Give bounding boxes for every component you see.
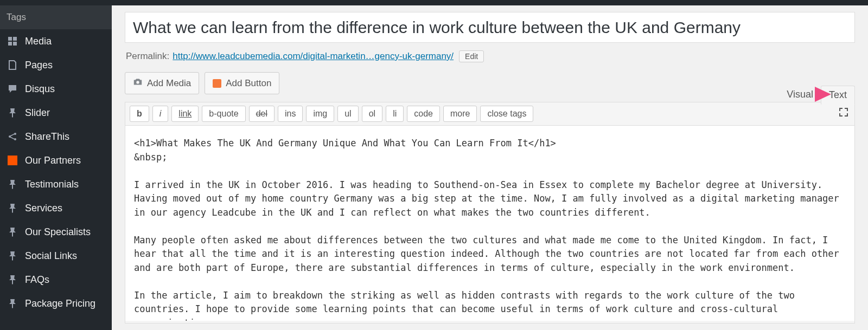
tool-img-button[interactable]: img	[306, 106, 334, 122]
sidebar-item-label: Media	[25, 36, 52, 47]
sidebar-item-label: Tags	[7, 12, 26, 23]
main-content: Permalink: http://www.leadcubemedia.com/…	[112, 5, 868, 330]
sidebar-item-partners[interactable]: Our Partners	[0, 148, 112, 172]
edit-permalink-button[interactable]: Edit	[459, 50, 484, 62]
sidebar-item-package-pricing[interactable]: Package Pricing	[0, 292, 112, 315]
add-media-button[interactable]: Add Media	[125, 72, 199, 94]
editor-box: b i link b-quote del ins img ul ol li co…	[125, 102, 855, 323]
button-label: Add Media	[147, 78, 191, 89]
orange-square-icon	[213, 79, 221, 88]
sidebar-item-label: Social Links	[25, 250, 77, 262]
pin-icon	[7, 250, 18, 262]
sidebar-item-faqs[interactable]: FAQs	[0, 268, 112, 292]
sidebar-item-label: FAQs	[25, 274, 49, 286]
sidebar-item-media[interactable]: Media	[0, 29, 112, 53]
tool-li-button[interactable]: li	[386, 106, 404, 122]
tool-close-tags-button[interactable]: close tags	[480, 106, 533, 122]
sidebar-item-label: Package Pricing	[25, 298, 95, 309]
app-container: Tags Media Pages Disqus Slider ShareThis…	[0, 5, 868, 330]
media-button-row: Add Media Add Button	[125, 72, 855, 94]
tool-ins-button[interactable]: ins	[278, 106, 303, 122]
editor-tabs: Visual Text	[779, 86, 855, 105]
tool-ul-button[interactable]: ul	[337, 106, 358, 122]
tab-text[interactable]: Text	[821, 86, 855, 105]
tool-del-button[interactable]: del	[249, 106, 275, 122]
media-icon	[7, 35, 18, 47]
post-title-input[interactable]	[125, 12, 855, 43]
sidebar-item-label: Disqus	[25, 83, 55, 95]
fullscreen-icon[interactable]	[838, 107, 849, 120]
tool-code-button[interactable]: code	[407, 106, 440, 122]
chat-icon	[7, 83, 18, 95]
sidebar-item-label: ShareThis	[25, 131, 69, 143]
pin-icon	[7, 297, 18, 309]
admin-sidebar: Tags Media Pages Disqus Slider ShareThis…	[0, 5, 112, 330]
admin-top-bar	[0, 0, 868, 5]
tool-bquote-button[interactable]: b-quote	[202, 106, 245, 122]
square-orange-icon	[7, 154, 18, 166]
sidebar-item-tags[interactable]: Tags	[0, 5, 112, 29]
tool-link-button[interactable]: link	[171, 106, 199, 122]
tab-visual[interactable]: Visual	[779, 86, 821, 105]
sidebar-item-services[interactable]: Services	[0, 196, 112, 220]
text-editor-toolbar: b i link b-quote del ins img ul ol li co…	[125, 102, 854, 126]
svg-point-3	[136, 81, 139, 83]
pin-icon	[7, 274, 18, 286]
tool-italic-button[interactable]: i	[152, 106, 169, 122]
permalink-label: Permalink:	[126, 51, 169, 62]
sidebar-item-disqus[interactable]: Disqus	[0, 77, 112, 101]
pin-icon	[7, 226, 18, 238]
sidebar-item-label: Our Partners	[25, 155, 81, 166]
sidebar-item-sharethis[interactable]: ShareThis	[0, 125, 112, 148]
sidebar-item-label: Slider	[25, 107, 50, 119]
sidebar-item-social-links[interactable]: Social Links	[0, 244, 112, 268]
add-button-button[interactable]: Add Button	[205, 72, 279, 94]
pin-icon	[7, 107, 18, 119]
camera-icon	[133, 77, 143, 89]
sidebar-item-label: Pages	[25, 60, 53, 71]
pin-icon	[7, 202, 18, 214]
sidebar-item-label: Services	[25, 203, 62, 214]
sidebar-item-specialists[interactable]: Our Specialists	[0, 220, 112, 244]
share-icon	[7, 131, 18, 143]
sidebar-item-slider[interactable]: Slider	[0, 101, 112, 125]
sidebar-item-pages[interactable]: Pages	[0, 53, 112, 77]
tool-more-button[interactable]: more	[443, 106, 477, 122]
post-content-textarea[interactable]	[125, 126, 854, 321]
permalink-link[interactable]: http://www.leadcubemedia.com/digital-mar…	[173, 51, 454, 62]
sidebar-item-label: Testimonials	[25, 179, 79, 190]
tool-ol-button[interactable]: ol	[362, 106, 382, 122]
sidebar-item-label: Our Specialists	[25, 227, 91, 238]
pin-icon	[7, 178, 18, 190]
pages-icon	[7, 59, 18, 71]
tool-bold-button[interactable]: b	[130, 106, 149, 122]
permalink-row: Permalink: http://www.leadcubemedia.com/…	[126, 50, 854, 62]
button-label: Add Button	[226, 78, 271, 89]
sidebar-item-testimonials[interactable]: Testimonials	[0, 172, 112, 196]
